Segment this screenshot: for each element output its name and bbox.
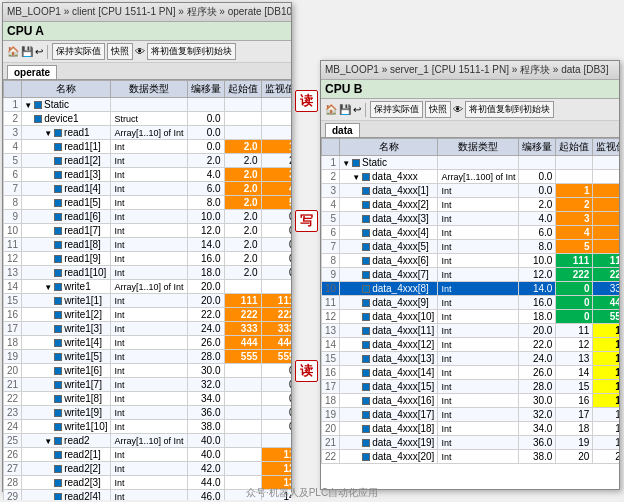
row-name: write1[10]: [22, 420, 111, 434]
row-monitor: 0: [261, 210, 291, 224]
row-index: 3: [322, 184, 340, 198]
row-name: write1[2]: [22, 308, 111, 322]
row-type: Int: [438, 198, 519, 212]
row-offset: 24.0: [519, 352, 556, 366]
table-row: 21data_4xxx[19]Int36.01919: [322, 436, 620, 450]
row-offset: 2.0: [519, 198, 556, 212]
row-icon: [54, 171, 62, 179]
row-icon: [54, 157, 62, 165]
row-monitor: 12: [261, 462, 291, 476]
row-monitor: 0: [261, 364, 291, 378]
cpu-b-tabbar: data: [321, 121, 619, 138]
row-monitor: 333: [261, 322, 291, 336]
row-offset: 10.0: [519, 254, 556, 268]
row-index: 1: [4, 98, 22, 112]
row-init: 4: [556, 226, 593, 240]
row-offset: 20.0: [187, 280, 224, 294]
table-row: 15data_4xxx[13]Int24.01313: [322, 352, 620, 366]
row-icon: [54, 367, 62, 375]
keep-actual-btn-b[interactable]: 保持实际值: [370, 101, 423, 118]
row-icon: [352, 159, 360, 167]
row-offset: [519, 156, 556, 170]
row-monitor: 555: [593, 310, 619, 324]
tab-operate[interactable]: operate: [7, 65, 57, 79]
row-type: Array[1..100] of Int: [438, 170, 519, 184]
copy-init-btn[interactable]: 将初值复制到初始块: [147, 43, 236, 60]
row-type: Int: [438, 422, 519, 436]
row-icon: [54, 325, 62, 333]
row-init: 19: [556, 436, 593, 450]
row-monitor: [593, 170, 619, 184]
tab-data[interactable]: data: [325, 123, 360, 137]
row-monitor: 222: [593, 268, 619, 282]
row-index: 20: [4, 364, 22, 378]
row-name: data_4xxx[19]: [340, 436, 438, 450]
cpu-a-tabbar: operate: [3, 63, 291, 80]
cpu-a-window: MB_LOOP1 » client [CPU 1511-1 PN] » 程序块 …: [2, 2, 292, 492]
row-name: data_4xxx[11]: [340, 324, 438, 338]
row-offset: 22.0: [519, 338, 556, 352]
row-name: data_4xxx[7]: [340, 268, 438, 282]
row-monitor: 15: [593, 380, 619, 394]
row-name: write1[4]: [22, 336, 111, 350]
row-offset: 30.0: [187, 364, 224, 378]
row-type: Int: [111, 406, 187, 420]
row-index: 11: [322, 296, 340, 310]
row-name: write1[9]: [22, 406, 111, 420]
row-name: data_4xxx[8]: [340, 282, 438, 296]
row-offset: [187, 98, 224, 112]
row-offset: 36.0: [519, 436, 556, 450]
row-icon: [362, 355, 370, 363]
row-name: data_4xxx[5]: [340, 240, 438, 254]
row-name: ▼Static: [22, 98, 111, 112]
row-init: 111: [224, 294, 261, 308]
col-b-offset: 编移量: [519, 139, 556, 156]
row-monitor: 17: [593, 408, 619, 422]
row-name: data_4xxx[6]: [340, 254, 438, 268]
row-index: 19: [322, 408, 340, 422]
row-name: read1[10]: [22, 266, 111, 280]
row-init: 2.0: [224, 266, 261, 280]
row-index: 5: [322, 212, 340, 226]
row-index: 26: [4, 448, 22, 462]
row-index: 6: [322, 226, 340, 240]
snapshot-btn[interactable]: 快照: [107, 43, 133, 60]
row-offset: 16.0: [187, 252, 224, 266]
row-icon: [54, 241, 62, 249]
copy-init-btn-b[interactable]: 将初值复制到初始块: [465, 101, 554, 118]
row-init: 5: [556, 240, 593, 254]
row-monitor: 5: [593, 240, 619, 254]
table-row: 13read1[10]Int18.02.00: [4, 266, 292, 280]
cpu-b-scroll[interactable]: 名称 数据类型 编移量 起始值 监视值 1▼Static2▼data_4xxxA…: [321, 138, 619, 498]
icon-nav-b: 🏠: [325, 104, 337, 115]
row-icon: [54, 213, 62, 221]
col-b-init: 起始值: [556, 139, 593, 156]
table-row: 16write1[2]Int22.0222222: [4, 308, 292, 322]
snapshot-btn-b[interactable]: 快照: [425, 101, 451, 118]
row-offset: 34.0: [519, 422, 556, 436]
icon-monitor: 👁: [135, 46, 145, 57]
row-type: Int: [111, 476, 187, 490]
row-offset: 6.0: [519, 226, 556, 240]
row-monitor: 0: [261, 224, 291, 238]
table-row: 8data_4xxx[6]Int10.0111111: [322, 254, 620, 268]
row-index: 9: [322, 268, 340, 282]
row-name: data_4xxx[9]: [340, 296, 438, 310]
row-monitor: 20: [593, 450, 619, 464]
row-index: 20: [322, 422, 340, 436]
keep-actual-btn[interactable]: 保持实际值: [52, 43, 105, 60]
col-name: 名称: [22, 81, 111, 98]
row-icon: [34, 101, 42, 109]
row-offset: 40.0: [187, 448, 224, 462]
row-init: 18: [556, 422, 593, 436]
table-row: 7read1[4]Int6.02.04: [4, 182, 292, 196]
row-monitor: 0: [261, 266, 291, 280]
row-init: 444: [224, 336, 261, 350]
row-index: 14: [322, 338, 340, 352]
cpu-a-toolbar: 🏠 💾 ↩ 保持实际值 快照 👁 将初值复制到初始块: [3, 41, 291, 63]
cpu-a-scroll[interactable]: 名称 数据类型 编移量 起始值 监视值 1▼Static2device1Stru…: [3, 80, 291, 500]
row-icon: [362, 453, 370, 461]
row-init: [556, 170, 593, 184]
row-monitor: [261, 112, 291, 126]
row-name: data_4xxx[4]: [340, 226, 438, 240]
